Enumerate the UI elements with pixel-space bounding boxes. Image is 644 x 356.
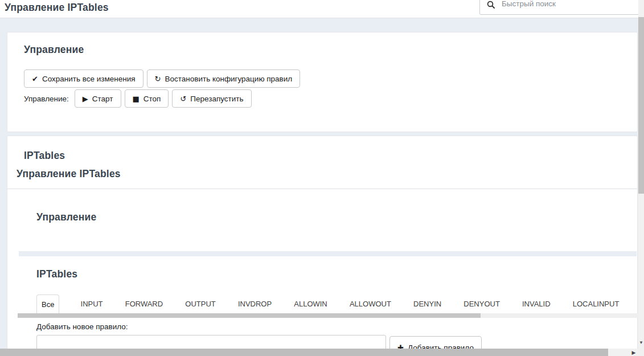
chain-tab[interactable]: INVDROP xyxy=(237,294,273,313)
control-label: Управление: xyxy=(24,95,69,103)
chain-tab[interactable]: DENYIN xyxy=(412,294,442,313)
start-label: Старт xyxy=(92,95,113,103)
restart-icon: ↺ xyxy=(180,95,186,103)
restore-config-button[interactable]: ↻ Востановить конфигурацию правил xyxy=(147,69,301,88)
chain-tab[interactable]: FORWARD xyxy=(124,294,164,313)
horizontal-scrollbar-thumb[interactable] xyxy=(0,349,608,356)
refresh-icon: ↻ xyxy=(155,75,161,83)
restart-label: Перезапустить xyxy=(190,95,243,103)
chain-tab[interactable]: DENYOUT xyxy=(462,294,501,313)
chain-tab[interactable]: INVALID xyxy=(521,294,552,313)
iptables-card: IPTables Управление IPTables Управление … xyxy=(7,136,638,353)
add-rule-label: Добавить новое правило: xyxy=(36,322,128,331)
save-all-label: Сохранить все изменения xyxy=(42,75,136,83)
chain-tab[interactable]: OUTPUT xyxy=(184,294,216,313)
restore-config-label: Востановить конфигурацию правил xyxy=(165,75,292,83)
chain-tab[interactable]: ALLOWOUT xyxy=(348,294,392,313)
chain-tabs: ВсеINPUTFORWARDOUTPUTINVDROPALLOWINALLOW… xyxy=(36,294,644,313)
quick-search[interactable] xyxy=(479,0,639,15)
chain-tab[interactable]: ALLOWIN xyxy=(293,294,329,313)
section-divider xyxy=(7,189,637,189)
scrollbar-corner xyxy=(638,349,644,356)
save-restore-row: ✔ Сохранить все изменения ↻ Востановить … xyxy=(24,69,300,88)
search-input[interactable] xyxy=(480,0,638,14)
stop-icon: ■ xyxy=(133,95,140,103)
inner-iptables-title: IPTables xyxy=(36,268,77,280)
scroll-down-arrow-icon[interactable]: ▼ xyxy=(639,341,643,345)
tabs-horizontal-scrollbar[interactable] xyxy=(18,313,638,318)
vertical-scrollbar[interactable]: ▼ xyxy=(638,0,644,349)
start-button[interactable]: ▶ Старт xyxy=(75,89,121,108)
page-title: Управление IPTables xyxy=(5,2,109,14)
chain-tab[interactable]: LOCALINPUT xyxy=(572,294,621,313)
check-icon: ✔ xyxy=(32,75,38,83)
chain-tab[interactable]: Все xyxy=(36,294,59,313)
stop-button[interactable]: ■ Стоп xyxy=(125,89,169,108)
vertical-scrollbar-thumb[interactable] xyxy=(638,17,644,194)
management-card: Управление ✔ Сохранить все изменения ↻ В… xyxy=(7,32,638,132)
management-title: Управление xyxy=(24,44,84,56)
chain-tab[interactable]: INPUT xyxy=(80,294,104,313)
horizontal-scrollbar[interactable]: ▶ xyxy=(0,349,638,356)
scroll-right-arrow-icon[interactable]: ▶ xyxy=(631,350,637,355)
inner-management-title: Управление xyxy=(36,211,96,223)
stop-label: Стоп xyxy=(143,95,161,103)
service-control-row: Управление: ▶ Старт ■ Стоп ↺ Перезапусти… xyxy=(24,89,252,108)
iptables-card-title: IPTables xyxy=(24,150,65,162)
restart-button[interactable]: ↺ Перезапустить xyxy=(172,89,251,108)
tabs-scrollbar-thumb[interactable] xyxy=(18,313,481,318)
save-all-button[interactable]: ✔ Сохранить все изменения xyxy=(24,69,143,88)
card-gap-strip xyxy=(19,251,637,256)
play-icon: ▶ xyxy=(83,95,88,103)
iptables-page-title: Управление IPTables xyxy=(17,168,121,180)
